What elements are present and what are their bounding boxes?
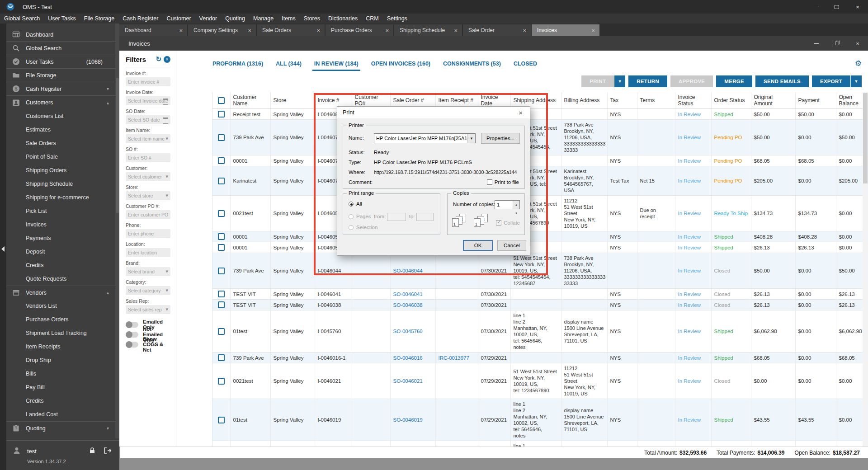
- menu-item[interactable]: Items: [278, 14, 300, 24]
- filter-input[interactable]: [126, 153, 170, 162]
- row-checkbox[interactable]: [218, 111, 225, 118]
- lock-icon[interactable]: [89, 447, 96, 454]
- menu-item[interactable]: User Tasks: [44, 14, 80, 24]
- print-button[interactable]: PRINT: [581, 75, 614, 87]
- cell-sale-order-link[interactable]: SO-0046019: [390, 399, 435, 441]
- sidebar-item-vendors[interactable]: Vendors ▴: [6, 286, 115, 299]
- cell-item-receipt-link[interactable]: [435, 289, 478, 300]
- table-row[interactable]: 00001 Spring Valley I-0046052 NYS In Re: [212, 231, 863, 242]
- row-checkbox[interactable]: [218, 233, 225, 240]
- filter-input[interactable]: [126, 267, 170, 276]
- pages-from-input[interactable]: [387, 213, 406, 221]
- filter-input[interactable]: [126, 305, 170, 314]
- table-row[interactable]: 739 Park Ave Spring Valley I-0046044 SO-…: [212, 253, 863, 289]
- status-tab[interactable]: CONSIGNMENTS (53): [443, 61, 501, 71]
- sidebar-subitem[interactable]: Deposit: [6, 245, 115, 258]
- table-row[interactable]: Karinatest Spring Valley I-0046074 51 We…: [212, 166, 863, 196]
- sidebar-item-global-search[interactable]: Global Search: [6, 42, 115, 55]
- pages-to-input[interactable]: [416, 213, 434, 221]
- sidebar-subitem[interactable]: Customers List: [6, 109, 115, 123]
- filter-input[interactable]: [126, 77, 170, 86]
- sidebar-subitem[interactable]: Shipment Load Tracking: [6, 326, 115, 340]
- row-checkbox[interactable]: [218, 354, 225, 361]
- filter-input[interactable]: [126, 172, 170, 181]
- sidebar-subitem[interactable]: Pay Bill: [6, 381, 115, 394]
- col-billing-address[interactable]: Billing Address: [561, 92, 607, 109]
- sidebar-scrollbar[interactable]: [115, 24, 119, 438]
- range-selection-radio[interactable]: [349, 225, 354, 230]
- toggle-switch[interactable]: [126, 322, 138, 328]
- col-terms[interactable]: Terms: [637, 92, 675, 109]
- cell-item-receipt-link[interactable]: [435, 399, 478, 441]
- sidebar-subitem[interactable]: Credits: [6, 394, 115, 408]
- filter-input[interactable]: [126, 248, 170, 257]
- sidebar-subitem[interactable]: Sale Orders: [6, 136, 115, 150]
- sidebar-subitem[interactable]: Shipping for e-commerce: [6, 191, 115, 204]
- menu-item[interactable]: Global Search: [0, 14, 44, 24]
- sidebar-subitem[interactable]: Vendors List: [6, 299, 115, 313]
- tab-close-icon[interactable]: ×: [240, 27, 251, 34]
- sidebar-subitem[interactable]: Shipping Schedule: [6, 177, 115, 191]
- status-tab[interactable]: ALL (344): [276, 61, 302, 71]
- sidebar-subitem[interactable]: Payments: [6, 231, 115, 245]
- cancel-button[interactable]: Cancel: [497, 240, 526, 251]
- col-original-amount[interactable]: Original Amount: [751, 92, 795, 109]
- tab-close-icon[interactable]: ×: [308, 27, 320, 34]
- tab-close-icon[interactable]: ×: [446, 27, 458, 34]
- toggle-switch[interactable]: [126, 342, 138, 348]
- export-button[interactable]: EXPORT: [812, 75, 850, 87]
- cell-sale-order-link[interactable]: [390, 441, 435, 447]
- invoices-close-button[interactable]: ×: [847, 37, 868, 50]
- col-open-balance[interactable]: Open Balance: [836, 92, 863, 109]
- sidebar-item-file-storage[interactable]: File Storage: [6, 69, 115, 82]
- col-order-status[interactable]: Order Status: [711, 92, 751, 109]
- row-checkbox[interactable]: [218, 157, 225, 164]
- table-row[interactable]: TEST VIT Spring Valley I-0046038 SO-0046…: [212, 300, 863, 310]
- sidebar-subitem[interactable]: Quote Requests: [6, 272, 115, 286]
- status-tab[interactable]: CLOSED: [514, 61, 537, 71]
- table-row[interactable]: TEST VIT Spring Valley I-0046041 SO-0046…: [212, 289, 863, 300]
- table-row[interactable]: 01test Spring Valley I-0045760 SO-004576…: [212, 310, 863, 352]
- row-checkbox[interactable]: [218, 134, 225, 141]
- ok-button[interactable]: OK: [463, 240, 493, 251]
- range-pages-radio[interactable]: [349, 214, 354, 219]
- cell-sale-order-link[interactable]: SO-0046016: [390, 352, 435, 363]
- sidebar-subitem[interactable]: Pick List: [6, 204, 115, 218]
- table-row[interactable]: line 1 line 2 Manhattan, NY, display nam…: [212, 441, 863, 447]
- sidebar-item-user-tasks[interactable]: User Tasks (1068): [6, 55, 115, 69]
- mdi-tab[interactable]: Sale Order ×: [463, 24, 531, 36]
- table-row[interactable]: 00001 Spring Valley I-0046055 NYS In Re: [212, 242, 863, 253]
- sidebar-subitem[interactable]: Landed Cost: [6, 408, 115, 421]
- mdi-tab[interactable]: Dashboard ×: [119, 24, 187, 36]
- table-row[interactable]: 00001 Spring Valley I-0046075 NYS In Re: [212, 155, 863, 166]
- dialog-close-icon[interactable]: ×: [516, 109, 525, 117]
- cell-item-receipt-link[interactable]: [435, 363, 478, 399]
- table-row[interactable]: 01test Spring Valley I-0046019 SO-004601…: [212, 399, 863, 441]
- window-minimize-button[interactable]: [806, 0, 826, 14]
- mdi-tab[interactable]: Sale Orders ×: [257, 24, 325, 36]
- mdi-tab[interactable]: Invoices ×: [532, 24, 599, 36]
- filter-input[interactable]: [126, 210, 170, 219]
- window-maximize-button[interactable]: [826, 0, 847, 14]
- properties-button[interactable]: Properties...: [481, 133, 520, 144]
- menu-item[interactable]: Cash Register: [118, 14, 162, 24]
- menu-item[interactable]: Dictionaries: [324, 14, 362, 24]
- cell-sale-order-link[interactable]: SO-0045760: [390, 310, 435, 352]
- sidebar-subitem[interactable]: Credits: [6, 258, 115, 272]
- table-row[interactable]: 739 Park Ave Spring Valley I-0046076 51 …: [212, 120, 863, 155]
- menu-item[interactable]: Vendor: [195, 14, 222, 24]
- refresh-icon[interactable]: ↻: [156, 55, 161, 63]
- tab-close-icon[interactable]: ×: [583, 27, 595, 34]
- export-dropdown-button[interactable]: ▼: [851, 75, 862, 87]
- status-tab[interactable]: IN REVIEW (184): [314, 61, 359, 71]
- sidebar-subitem[interactable]: Item Receipts: [6, 340, 115, 353]
- menu-item[interactable]: Settings: [383, 14, 411, 24]
- filter-input[interactable]: [126, 229, 170, 238]
- toggle-switch[interactable]: [126, 332, 138, 338]
- status-tab[interactable]: OPEN INVOICES (160): [371, 61, 430, 71]
- cell-sale-order-link[interactable]: SO-0046041: [390, 289, 435, 300]
- sidebar-collapse-icon[interactable]: [1, 246, 5, 252]
- sidebar-subitem[interactable]: Bills: [6, 367, 115, 381]
- col-payment[interactable]: Payment: [795, 92, 836, 109]
- row-checkbox[interactable]: [218, 268, 225, 274]
